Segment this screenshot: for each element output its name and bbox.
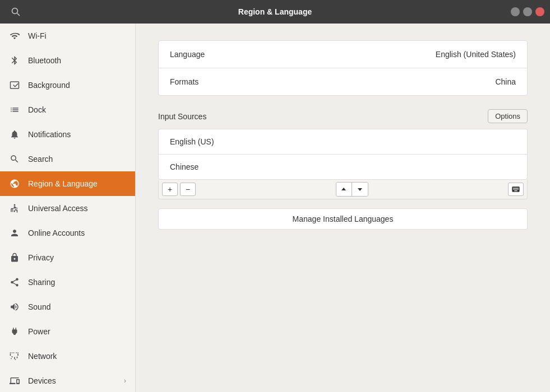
devices-icon (9, 375, 20, 386)
sidebar-item-region-language[interactable]: Region & Language (0, 171, 135, 196)
options-button[interactable]: Options (488, 109, 528, 123)
svg-line-1 (17, 13, 20, 16)
sidebar-item-bluetooth[interactable]: Bluetooth (0, 48, 135, 73)
search-icon (9, 153, 20, 165)
remove-input-button[interactable]: − (180, 183, 196, 196)
keyboard-button[interactable] (508, 183, 524, 196)
sidebar-item-background-label: Background (28, 81, 126, 90)
sidebar-item-power-label: Power (28, 327, 126, 336)
power-icon (9, 326, 20, 337)
svg-point-0 (12, 8, 18, 14)
sidebar-item-sharing-label: Sharing (28, 278, 126, 287)
sidebar-item-privacy[interactable]: Privacy (0, 245, 135, 270)
sidebar-item-wifi[interactable]: Wi-Fi (0, 24, 135, 48)
list-item[interactable]: Chinese (159, 155, 527, 179)
bluetooth-icon (9, 55, 20, 66)
window-title: Region & Language (238, 7, 312, 16)
input-toolbar: + − (158, 180, 528, 199)
network-icon (9, 351, 20, 362)
sidebar-item-background[interactable]: Background (0, 73, 135, 97)
sidebar-item-online-accounts[interactable]: Online Accounts (0, 221, 135, 245)
manage-languages-button[interactable]: Manage Installed Languages (158, 208, 528, 230)
devices-arrow-icon: › (124, 377, 126, 385)
main-content: Language English (United States) Formats… (136, 24, 550, 392)
move-down-button[interactable] (352, 183, 368, 196)
universal-access-icon (9, 203, 20, 214)
search-icon[interactable] (6, 2, 26, 22)
input-sources-header: Input Sources Options (158, 109, 528, 123)
sidebar-item-universal-access-label: Universal Access (28, 204, 126, 213)
sidebar-item-search[interactable]: Search (0, 147, 135, 171)
sidebar-item-wifi-label: Wi-Fi (28, 31, 126, 40)
add-input-button[interactable]: + (162, 183, 178, 196)
sidebar-item-online-accounts-label: Online Accounts (28, 228, 126, 237)
notifications-icon (9, 129, 20, 140)
formats-row: Formats China (159, 68, 527, 95)
svg-point-2 (14, 204, 16, 206)
privacy-icon (9, 252, 20, 263)
sidebar-item-sound[interactable]: Sound (0, 295, 135, 319)
sidebar: Wi-Fi Bluetooth Background Dock (0, 24, 136, 392)
sidebar-item-network[interactable]: Network (0, 344, 135, 368)
titlebar: Region & Language (0, 0, 550, 24)
sidebar-item-network-label: Network (28, 352, 126, 361)
toolbar-nav (336, 182, 368, 197)
sidebar-item-notifications[interactable]: Notifications (0, 122, 135, 147)
input-sources-title: Input Sources (158, 112, 206, 121)
formats-value: China (495, 77, 516, 86)
app-container: Wi-Fi Bluetooth Background Dock (0, 24, 550, 392)
window-controls (511, 7, 544, 16)
sidebar-item-sound-label: Sound (28, 302, 126, 311)
close-button[interactable] (535, 7, 544, 16)
sidebar-item-privacy-label: Privacy (28, 253, 126, 262)
region-icon (9, 178, 20, 189)
sidebar-item-devices-label: Devices (28, 376, 116, 385)
dock-icon (9, 104, 20, 115)
sidebar-item-power[interactable]: Power (0, 319, 135, 344)
language-value: English (United States) (436, 50, 516, 59)
input-sources-section: Input Sources Options English (US) Chine… (158, 109, 528, 230)
sidebar-item-search-label: Search (28, 155, 126, 164)
language-formats-card: Language English (United States) Formats… (158, 40, 528, 96)
list-item[interactable]: English (US) (159, 129, 527, 155)
background-icon (9, 80, 20, 91)
maximize-button[interactable] (523, 7, 532, 16)
minimize-button[interactable] (511, 7, 520, 16)
sound-icon (9, 301, 20, 312)
sidebar-item-dock[interactable]: Dock (0, 97, 135, 122)
sidebar-item-universal-access[interactable]: Universal Access (0, 196, 135, 221)
sidebar-item-notifications-label: Notifications (28, 130, 126, 139)
sidebar-item-bluetooth-label: Bluetooth (28, 56, 126, 65)
sidebar-item-sharing[interactable]: Sharing (0, 270, 135, 295)
sidebar-item-devices[interactable]: Devices › (0, 368, 135, 392)
move-up-button[interactable] (336, 183, 352, 196)
wifi-icon (9, 30, 20, 41)
online-accounts-icon (9, 227, 20, 239)
formats-label: Formats (170, 77, 198, 86)
language-row: Language English (United States) (159, 41, 527, 68)
input-list: English (US) Chinese (158, 129, 528, 180)
sidebar-item-dock-label: Dock (28, 105, 126, 114)
language-label: Language (170, 50, 205, 59)
sidebar-item-region-language-label: Region & Language (28, 179, 126, 188)
sharing-icon (9, 277, 20, 288)
